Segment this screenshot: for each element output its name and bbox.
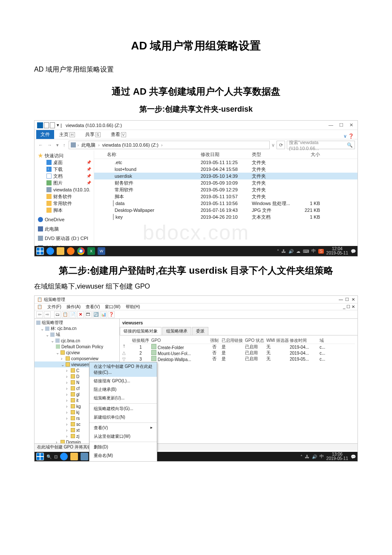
keyboard-icon[interactable]: ⌨ [303,249,309,254]
recent-button[interactable]: ▾ [55,142,60,148]
minimize-button[interactable]: — [339,297,346,302]
file-row[interactable]: 脚本2019-05-11 10:57文件夹 [94,193,357,200]
ctx-create-gpo[interactable]: 在这个域中创建 GPO 并在此处链接(C)... [89,362,157,377]
search-input[interactable]: 搜索"viewdata (\\10.10.0.66... 🔍 [287,141,355,149]
breadcrumb-thispc[interactable]: 此电脑 [81,142,96,148]
file-row[interactable]: data2019-05-11 10:56Windows 批处理...1 KB [94,200,357,207]
col-name[interactable]: 名称 [94,151,201,158]
file-row[interactable]: lost+found2019-04-24 15:58文件夹 [94,166,357,173]
up-button[interactable]: ↑ [62,142,67,147]
back-button[interactable]: ← [37,142,44,147]
menu-action[interactable]: 操作(A) [66,304,81,310]
qat-icon[interactable] [44,122,49,128]
nav-thispc[interactable]: 此电脑 [35,225,94,232]
ctx-new-window[interactable]: 从这里创建窗口(W) [89,432,157,441]
ctx-new-ou[interactable]: 新建组织单位(N) [89,413,157,422]
tray-up-icon[interactable]: ˄ [300,454,303,459]
move-top-button[interactable]: ⤒ [122,344,130,349]
gpo-row[interactable]: 2Mount-User-Fol...否是已启用无2019-04...c... [130,350,355,356]
ctx-gpupdate[interactable]: 组策略更新(U)... [89,394,157,402]
file-row[interactable]: 常用软件2019-05-09 12:29文件夹 [94,186,357,193]
ctx-modeling-wizard[interactable]: 组策略建模向导(G)... [89,405,157,413]
chrome-icon[interactable] [77,247,85,255]
search-icon[interactable]: 🔍 [46,454,52,459]
gpo-row[interactable]: 3Desktop-Wallpa...否是已启用无2019-05...c... [130,356,355,362]
tree-composerview[interactable]: ›composerview [35,356,119,361]
edge-icon[interactable] [46,247,54,255]
menu-help[interactable]: 帮助(H) [126,304,140,310]
toolbar-btn[interactable]: 🗂 [54,311,61,318]
explorer-taskbar-icon[interactable] [70,453,78,460]
file-row[interactable]: 财务软件2019-05-09 10:09文件夹 [94,179,357,186]
file-row[interactable]: Desktop-Wallpaper2016-07-16 19:43JPG 文件2… [94,207,357,214]
refresh-button[interactable]: 🔄 [92,311,99,318]
back-button[interactable]: ⇦ [36,311,43,318]
toolbar-btn[interactable]: 🗔 [85,311,92,318]
clock[interactable]: 12:042019-05-11 [326,247,348,255]
gpo-row[interactable]: 1Create-Folder否是已启用无2019-04...c... [130,344,355,350]
ctx-block-inherit[interactable]: 阻止继承(B) [89,385,157,394]
network-tray-icon[interactable]: 🖧 [282,249,286,254]
taskview-icon[interactable]: ⊡ [54,454,58,459]
ctx-delete[interactable]: 删除(D) [89,443,157,451]
close-button[interactable]: ✕ [352,297,355,302]
gpo-grid-header[interactable]: 链接顺序 GPO 强制 已启用链接 GPO 状态 WMI 筛选器 修改时间 域 [130,337,355,344]
delete-button[interactable]: ✕ [77,311,84,318]
tree-domains[interactable]: ⌄域 [35,332,119,338]
ribbon-file-tab[interactable]: 文件 [36,130,54,139]
refresh-button[interactable]: ⟳ [277,141,285,149]
forward-button[interactable]: ⇨ [44,311,51,318]
ie-icon[interactable] [60,453,68,460]
ime-indicator[interactable]: 中 [311,248,316,254]
start-button[interactable] [36,453,44,460]
tree-ddp[interactable]: Default Domain Policy [35,344,119,350]
nav-dvd[interactable]: DVD 驱动器 (D:) CPI [35,235,94,242]
word-icon[interactable]: W [98,247,105,255]
ctx-link-existing[interactable]: 链接现有 GPO(L)... [89,377,157,385]
tree-root[interactable]: 组策略管理 [35,320,119,326]
move-up-button[interactable]: △ [122,350,130,355]
tree-cjcview[interactable]: ⌄cjcview [35,350,119,356]
col-date[interactable]: 修改日期 [201,151,252,158]
help-icon[interactable]: ∨ ❓ [340,133,357,139]
ribbon-view-tab[interactable]: 查看V [106,130,131,139]
tree-domain[interactable]: ⌄cjc.bna.cn [35,338,119,344]
ribbon-share-tab[interactable]: 共享S [80,130,106,139]
col-size[interactable]: 大小 [294,151,324,158]
ime-indicator[interactable]: 中 [320,454,324,460]
column-headers[interactable]: 名称 修改日期 类型 大小 [94,150,357,159]
notification-icon[interactable]: 💬 [351,454,356,459]
nav-desktop[interactable]: 桌面📌 [35,159,94,166]
ctx-rename[interactable]: 重命名(M) [89,451,157,460]
breadcrumb-drive[interactable]: viewdata (\\10.10.0.66) (Z:) [101,142,159,147]
nav-pictures[interactable]: 图片📌 [35,179,94,186]
address-bar[interactable]: › 此电脑 › viewdata (\\10.10.0.66) (Z:) › [69,141,270,149]
file-row[interactable]: userdisk2019-05-10 14:39文件夹 [94,173,357,179]
move-down-button[interactable]: ▽ [122,357,130,361]
file-row[interactable]: key2019-04-26 20:10文本文档1 KB [94,214,357,220]
server-manager-icon[interactable] [81,453,88,460]
nav-downloads[interactable]: 下载📌 [35,166,94,173]
notification-icon[interactable]: 💬 [351,249,356,254]
tree-forest[interactable]: ⌄林: cjc.bna.cn [35,326,119,332]
ctx-view[interactable]: 查看(V)▸ [89,424,157,432]
help-button[interactable]: ❓ [108,311,115,318]
maximize-button[interactable]: ☐ [339,122,343,128]
tray-up-icon[interactable]: ˄ [277,249,279,254]
toolbar-btn[interactable]: 📊 [100,311,107,318]
onedrive-tray-icon[interactable]: ☁ [296,249,300,254]
toolbar-btn[interactable]: 📄 [69,311,76,318]
menu-file[interactable]: 文件(F) [47,304,61,310]
nav-viewdata[interactable]: viewdata (\\10.10. [35,186,94,193]
explorer-taskbar-icon[interactable] [57,247,64,255]
volume-icon[interactable]: 🔊 [288,249,294,254]
excel-icon[interactable]: X [87,247,95,255]
network-tray-icon[interactable]: 🖧 [305,454,309,459]
ctx-refresh[interactable]: 刷新(F) [89,460,157,462]
toolbar-btn[interactable]: 📋 [62,311,69,318]
nav-finance[interactable]: 财务软件 [35,193,94,200]
nav-onedrive[interactable]: OneDrive [35,216,94,223]
clock[interactable]: 13:062019-05-11 [326,452,348,461]
tab-linked-gpo[interactable]: 链接的组策略对象 [120,327,161,335]
sogou-icon[interactable]: S [318,249,324,254]
